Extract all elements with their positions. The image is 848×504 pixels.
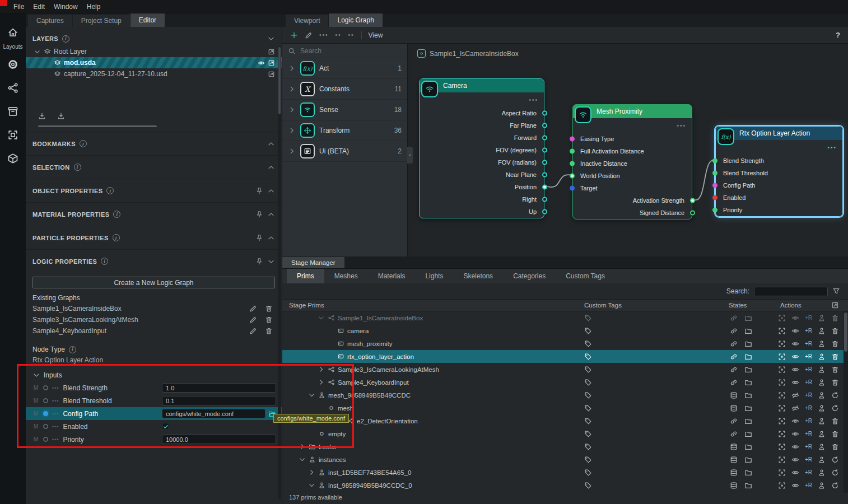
frame-select-icon[interactable] — [778, 327, 786, 335]
reference-link-icon[interactable] — [730, 366, 738, 374]
stage-row-sample1-iscamerainsidebox[interactable]: Sample1_IsCameraInsideBox+R — [282, 311, 848, 324]
payload-folder-icon[interactable] — [744, 430, 752, 438]
section-bookmarks[interactable]: BOOKMARKSi — [26, 132, 282, 155]
skeleton-icon[interactable] — [818, 379, 826, 386]
visibility-icon[interactable] — [791, 443, 799, 451]
palette-collapse-handle[interactable]: ‹ — [407, 147, 413, 164]
visibility-icon[interactable] — [791, 456, 799, 464]
reference-link-icon[interactable] — [730, 379, 738, 386]
visibility-icon[interactable] — [791, 340, 799, 348]
palette-category-transform[interactable]: Transform36 — [282, 120, 407, 141]
stage-row-inst-1d5bef743be54a65-0[interactable]: inst_1D5BEF743BE54A65_0+R — [282, 466, 848, 479]
reference-link-icon[interactable] — [730, 417, 738, 425]
output-port-signed-distance[interactable] — [690, 211, 695, 216]
payload-folder-icon[interactable] — [744, 391, 752, 399]
logic-graph-canvas[interactable]: Sample1_IsCameraInsideBox Camera•••Aspec… — [413, 44, 848, 256]
settings-gear-icon[interactable] — [7, 59, 18, 70]
visibility-icon[interactable] — [791, 430, 799, 438]
reference-link-icon[interactable] — [730, 340, 738, 348]
skeleton-icon[interactable] — [818, 366, 826, 374]
palette-category-act[interactable]: f(x)Act1 — [282, 58, 407, 79]
stage-row-mesh-proximity[interactable]: mesh_proximity+R — [282, 337, 848, 350]
frame-select-icon[interactable] — [778, 430, 786, 438]
reference-badge[interactable]: +R — [805, 456, 812, 463]
payload-folder-icon[interactable] — [744, 379, 752, 386]
visibility-icon[interactable] — [791, 391, 799, 399]
input-port-blend-strength[interactable] — [712, 158, 717, 164]
priority-input[interactable] — [162, 435, 276, 444]
skeleton-icon[interactable] — [818, 391, 826, 399]
output-port-aspect-ratio[interactable] — [542, 111, 547, 116]
panel-scrollbar[interactable] — [278, 46, 281, 500]
output-port-near-plane[interactable] — [542, 172, 547, 178]
visibility-icon[interactable] — [791, 314, 799, 322]
skeleton-icon[interactable] — [818, 340, 826, 348]
edit-graph-icon[interactable] — [249, 327, 257, 335]
existing-graph-sample3-iscameralookingatmesh[interactable]: Sample3_IsCameraLookingAtMesh — [26, 314, 282, 325]
payload-folder-icon[interactable] — [744, 340, 752, 348]
edit-graph-icon[interactable] — [249, 305, 257, 312]
visibility-icon[interactable] — [791, 366, 799, 374]
help-button[interactable]: ? — [836, 31, 840, 39]
skeleton-icon[interactable] — [818, 417, 826, 425]
stage-tab-skeletons[interactable]: Skeletons — [453, 269, 503, 283]
chevron-right-icon[interactable] — [288, 106, 296, 114]
input-row-priority[interactable]: M•••Priority — [26, 433, 282, 446]
layer-visibility-icon[interactable] — [258, 59, 265, 67]
frame-select-icon[interactable] — [778, 314, 786, 322]
layer-target-icon[interactable] — [268, 48, 275, 55]
existing-graph-sample1-iscamerainsidebox[interactable]: Sample1_IsCameraInsideBox — [26, 303, 282, 314]
blend-strength-input[interactable] — [162, 383, 276, 393]
stage-row-inst-9858949b5b49ccdc-0[interactable]: inst_9858949B5B49CCDC_0+R — [282, 479, 848, 492]
stage-tab-custom-tags[interactable]: Custom Tags — [556, 269, 615, 283]
tree-collapse-icon[interactable] — [308, 482, 315, 489]
payload-folder-icon[interactable] — [744, 482, 752, 489]
node-options-dots[interactable]: ••• — [420, 92, 544, 107]
stage-row-mesh[interactable]: mesh+R — [282, 402, 848, 414]
collapse-icon[interactable] — [267, 258, 275, 265]
trash-icon[interactable] — [831, 379, 839, 386]
frame-select-icon[interactable] — [778, 469, 786, 477]
stage-tab-meshes[interactable]: Meshes — [324, 269, 368, 283]
reference-link-icon[interactable] — [730, 327, 738, 335]
cube-icon[interactable] — [7, 153, 18, 164]
output-port-up[interactable] — [542, 209, 547, 214]
custom-tag-icon[interactable] — [584, 482, 592, 489]
palette-category-sense[interactable]: Sense18 — [282, 100, 407, 120]
input-connection-port[interactable] — [43, 411, 48, 416]
frame-select-icon[interactable] — [778, 404, 786, 412]
filter-icon[interactable] — [832, 287, 840, 295]
save-all-layers-icon[interactable] — [57, 112, 65, 120]
column-stage-prims[interactable]: Stage Prims — [282, 302, 577, 309]
view-menu[interactable]: View — [369, 31, 383, 39]
visibility-icon[interactable] — [791, 353, 799, 361]
output-port-fov-radians[interactable] — [542, 160, 547, 165]
layer-row-root-layer[interactable]: Root Layer — [26, 46, 282, 57]
reference-badge[interactable]: +R — [805, 392, 812, 398]
trash-icon[interactable] — [831, 314, 839, 322]
revert-icon[interactable] — [831, 404, 839, 412]
enabled-checkbox[interactable] — [162, 423, 169, 430]
reference-badge[interactable]: +R — [805, 379, 812, 385]
view-tab-logic-graph[interactable]: Logic Graph — [329, 13, 383, 27]
custom-tag-icon[interactable] — [584, 404, 592, 412]
layer-expand-icon[interactable] — [34, 48, 41, 55]
table-export-icon[interactable] — [831, 301, 839, 309]
input-port-blend-threshold[interactable] — [712, 171, 717, 176]
edit-graph-icon[interactable] — [249, 316, 257, 324]
tree-expand-icon[interactable] — [299, 443, 306, 450]
more-dots-icon[interactable]: •• — [348, 32, 355, 38]
reference-link-icon[interactable] — [730, 430, 738, 438]
payload-folder-icon[interactable] — [744, 443, 752, 451]
layer-stack-icon[interactable] — [730, 482, 738, 489]
reference-badge[interactable]: +R — [805, 340, 812, 347]
collapse-icon[interactable] — [267, 140, 275, 148]
layers-section-header[interactable]: LAYERS i — [26, 31, 282, 46]
frame-select-icon[interactable] — [778, 482, 786, 489]
trash-icon[interactable] — [831, 430, 839, 438]
palette-category-constants[interactable]: XConstants11 — [282, 79, 407, 100]
graph-node-rtx-option-layer-action[interactable]: f(x)Rtx Option Layer Action•••Blend Stre… — [715, 126, 843, 217]
more-dots-icon[interactable]: •• — [336, 32, 342, 38]
layer-stack-icon[interactable] — [730, 404, 738, 412]
skeleton-icon[interactable] — [818, 482, 826, 489]
